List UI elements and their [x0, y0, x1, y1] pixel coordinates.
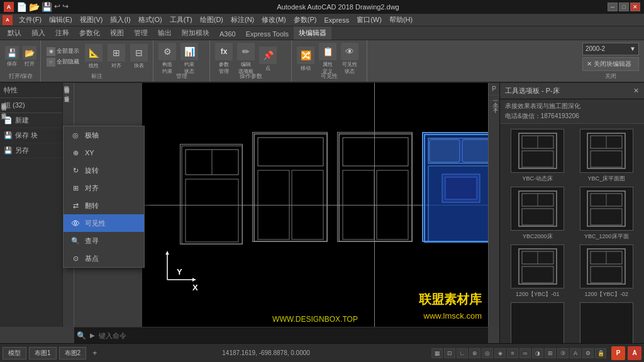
open-block-button[interactable]: 📂 打开	[21, 45, 38, 69]
dd-item-polar[interactable]: ◎ 极轴	[64, 126, 144, 144]
lock-icon[interactable]: 🔒	[595, 348, 606, 358]
right-tab-lower[interactable]: 下一个	[489, 101, 499, 107]
tab-a360[interactable]: A360	[214, 28, 241, 40]
3dosnap-icon[interactable]: ◈	[494, 348, 506, 358]
right-tab-upper[interactable]: 上一个	[489, 96, 499, 101]
maximize-button[interactable]: □	[619, 3, 629, 11]
command-input[interactable]	[96, 332, 488, 339]
menu-edit[interactable]: 编辑(E)	[45, 14, 76, 26]
canvas-area[interactable]: Y X	[142, 83, 488, 327]
constraint-button[interactable]: ⚙ 构造约束	[157, 41, 177, 76]
tab-block-editor[interactable]: 块编辑器	[294, 25, 331, 40]
close-block-editor-button[interactable]: ✕ 关闭块编辑器	[582, 57, 639, 71]
lwt-icon[interactable]: ═	[519, 348, 531, 358]
align-button[interactable]: ⊞ 对齐	[106, 43, 126, 70]
vert-label-block[interactable]: 块编辑/参数/动作选项	[0, 108, 10, 119]
move-button[interactable]: 🔀 移动	[296, 45, 316, 73]
menu-view[interactable]: 视图(V)	[76, 14, 107, 26]
rp-item-5[interactable]: 1200【YBC】-01	[505, 244, 570, 299]
visibility-state-button[interactable]: 👁 可见性状态	[340, 41, 360, 76]
menu-param[interactable]: 参数(P)	[290, 14, 321, 26]
qat-open[interactable]: 📂	[29, 2, 40, 12]
selcycle-icon[interactable]: ⊞	[545, 348, 556, 358]
tab-insert[interactable]: 插入	[26, 26, 50, 40]
tab-parametric[interactable]: 参数化	[74, 26, 105, 40]
add-layout-button[interactable]: +	[89, 348, 101, 359]
menu-window[interactable]: 窗口(W)	[353, 14, 386, 26]
cmd-chevron: ▶	[89, 332, 96, 339]
rp-item-4[interactable]: YBC_1200床平面	[574, 187, 640, 241]
menu-express[interactable]: Express	[320, 15, 353, 25]
status-tab-layout2[interactable]: 布图2	[59, 347, 87, 359]
save-block-button[interactable]: 💾 保存	[4, 45, 20, 69]
rp-item-7[interactable]	[505, 302, 570, 343]
tab-output[interactable]: 输出	[153, 26, 177, 40]
vert-label-all[interactable]: 所有选项板	[0, 119, 10, 127]
qat-redo[interactable]: ↪	[62, 2, 69, 12]
block-table-button[interactable]: ⊟ 块表	[129, 43, 149, 70]
linear-button[interactable]: 📐 线性	[84, 43, 104, 70]
collapsed-tab-1[interactable]: 特性	[63, 83, 74, 91]
dd-item-basepoint[interactable]: ⊙ 基点	[64, 250, 144, 267]
ortho-icon[interactable]: ∟	[457, 348, 468, 358]
tab-view[interactable]: 视图	[105, 26, 129, 40]
menu-format[interactable]: 格式(O)	[135, 14, 166, 26]
rp-item-8[interactable]	[574, 302, 640, 343]
qat-save[interactable]: 💾	[42, 2, 52, 12]
param-manager-button[interactable]: fx 参数管理	[214, 41, 234, 76]
transparency-icon[interactable]: ◑	[532, 348, 543, 358]
menu-tools[interactable]: 工具(T)	[166, 14, 196, 26]
autocad-icon[interactable]: A	[628, 346, 641, 360]
collapsed-tab-3[interactable]: 所有选项板	[63, 102, 74, 110]
tab-express-tools[interactable]: Express Tools	[241, 28, 294, 40]
panel-close-icon[interactable]: ✕	[633, 87, 639, 95]
menu-modify[interactable]: 修改(M)	[258, 14, 290, 26]
dtrack-icon[interactable]: ≡	[507, 348, 518, 358]
3dmove-icon[interactable]: ③	[557, 348, 569, 358]
menu-draw[interactable]: 绘图(D)	[196, 14, 227, 26]
snap-icon[interactable]: ⊡	[444, 348, 455, 358]
align-icon: ⊞	[70, 182, 81, 194]
polar-icon-status[interactable]: ⊕	[469, 348, 480, 358]
close-button[interactable]: ✕	[630, 3, 640, 11]
menu-file[interactable]: 文件(F)	[15, 14, 45, 26]
qat-new[interactable]: 📄	[16, 2, 27, 12]
ppt-icon[interactable]: P	[611, 346, 625, 360]
right-tab-p[interactable]: P	[489, 83, 499, 96]
dd-item-visibility[interactable]: 可见性	[64, 214, 144, 232]
svg-rect-47	[591, 266, 622, 283]
dd-item-rotate[interactable]: ↻ 旋转	[64, 162, 144, 179]
dd-item-lookup[interactable]: 🔍 查寻	[64, 232, 144, 250]
rp-item-6[interactable]: 1200【YBC】-02	[574, 244, 640, 299]
tab-manage[interactable]: 管理	[129, 26, 153, 40]
constraint-status-button[interactable]: 📊 约束状态	[179, 41, 199, 76]
rp-item-2[interactable]: YBC_床平面图	[574, 129, 640, 183]
rp-item-1[interactable]: YBC-动态床	[505, 129, 570, 183]
collapsed-tab-2[interactable]: 块编辑/参数/动作选项	[63, 91, 74, 102]
version-combo[interactable]: 2000-2▼	[582, 43, 639, 55]
dd-item-align[interactable]: ⊞ 对齐	[64, 179, 144, 197]
tab-annotate[interactable]: 注释	[50, 26, 74, 40]
menu-insert[interactable]: 插入(I)	[106, 14, 134, 26]
grid-icon[interactable]: ▦	[431, 348, 443, 358]
isnap-icon[interactable]: ◎	[482, 348, 493, 358]
status-tab-layout1[interactable]: 布图1	[29, 347, 57, 359]
group-label: 组 (32)	[4, 101, 58, 110]
tab-addon[interactable]: 附加模块	[177, 26, 214, 40]
rp-item-3[interactable]: YBC2000床	[505, 187, 570, 241]
annscale-icon[interactable]: A	[570, 348, 581, 358]
tab-default[interactable]: 默认	[3, 26, 26, 40]
menu-dimension[interactable]: 标注(N)	[227, 14, 258, 26]
point-button[interactable]: 📌 点	[258, 45, 278, 73]
menu-help[interactable]: 帮助(H)	[386, 14, 416, 26]
attr-def-button[interactable]: 📋 属性定义	[318, 41, 338, 76]
qat-undo[interactable]: ↩	[54, 2, 60, 12]
dd-item-flip[interactable]: ⇄ 翻转	[64, 197, 144, 214]
workspace-icon[interactable]: ⚙	[582, 348, 594, 358]
show-all-button[interactable]: ◉ 全部显示	[45, 47, 81, 57]
dd-item-xy[interactable]: ⊕ XY	[64, 144, 144, 162]
status-tab-model[interactable]: 模型	[3, 347, 26, 359]
edit-palette-button[interactable]: ✏ 编辑选项板	[236, 41, 256, 76]
hide-all-button[interactable]: ○ 全部隐藏	[45, 57, 81, 67]
minimize-button[interactable]: ─	[608, 3, 618, 11]
